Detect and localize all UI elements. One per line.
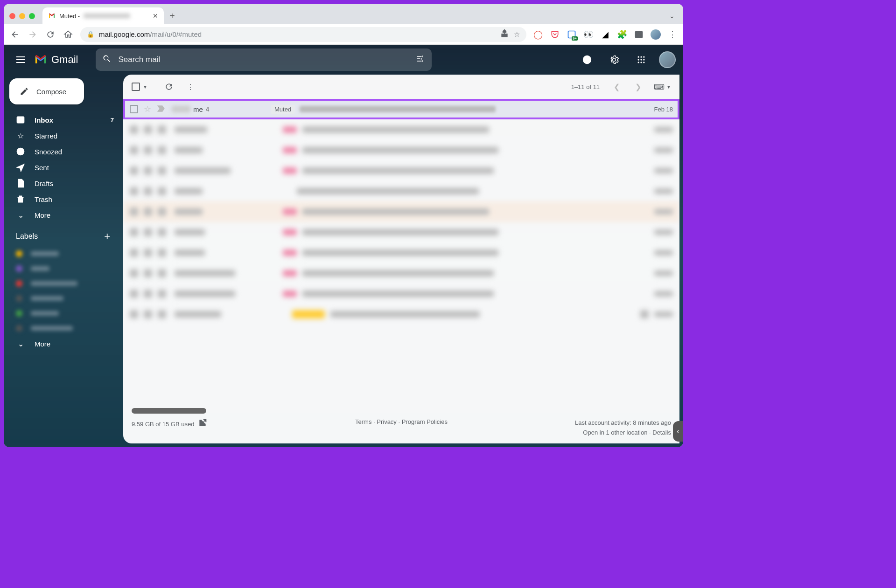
next-page-button[interactable]: ❯ <box>629 83 647 91</box>
label-item[interactable] <box>4 321 119 336</box>
mail-row-redacted[interactable] <box>123 160 679 181</box>
lock-icon: 🔒 <box>87 31 94 38</box>
policies-link[interactable]: Program Policies <box>402 418 448 425</box>
gmail-favicon-icon <box>48 12 56 20</box>
privacy-link[interactable]: Privacy <box>377 418 397 425</box>
apps-button[interactable] <box>632 50 651 69</box>
mail-row-redacted[interactable] <box>123 263 679 284</box>
select-all-checkbox[interactable] <box>132 83 140 91</box>
sidebar-item-snoozed[interactable]: Snoozed <box>4 144 119 159</box>
sent-label: Sent <box>35 164 49 172</box>
settings-button[interactable] <box>605 50 623 69</box>
bookmark-star-icon[interactable]: ☆ <box>514 30 520 39</box>
page-info: 1–11 of 11 <box>571 83 600 90</box>
search-icon[interactable] <box>102 54 112 65</box>
trash-icon <box>16 194 25 204</box>
details-link[interactable]: Details <box>652 429 671 436</box>
mail-row-redacted[interactable] <box>123 140 679 160</box>
label-item[interactable] <box>4 261 119 276</box>
mail-row-redacted[interactable] <box>123 181 679 201</box>
account-avatar[interactable] <box>659 51 676 68</box>
mail-row-redacted[interactable] <box>123 242 679 263</box>
document-icon <box>16 179 25 188</box>
svg-point-7 <box>638 59 639 60</box>
sidebar: Compose Inbox 7 ☆ Starred Snoozed S <box>4 75 123 447</box>
tab-close-icon[interactable]: ✕ <box>153 12 158 20</box>
more-actions-button[interactable]: ⋮ <box>181 77 200 96</box>
gmail-logo-text: Gmail <box>51 54 78 66</box>
sidebar-item-more[interactable]: ⌄ More <box>4 207 119 223</box>
search-input[interactable] <box>118 55 409 64</box>
nav-reload-button[interactable] <box>45 29 56 40</box>
gmail-logo-icon <box>34 55 48 64</box>
compose-button[interactable]: Compose <box>9 78 84 104</box>
extension-3-icon[interactable]: 9+ <box>567 29 577 40</box>
refresh-button[interactable] <box>160 77 178 96</box>
svg-point-12 <box>643 62 644 63</box>
nav-back-button[interactable] <box>9 29 21 40</box>
terms-link[interactable]: Terms <box>355 418 371 425</box>
extension-1-icon[interactable]: ◯ <box>533 29 543 40</box>
mail-panel: ▼ ⋮ 1–11 of 11 ❮ ❯ ⌨▼ ☆ <box>123 75 679 443</box>
labels-more[interactable]: ⌄ More <box>4 336 119 352</box>
svg-point-5 <box>640 56 642 58</box>
sidebar-item-starred[interactable]: ☆ Starred <box>4 128 119 144</box>
row-important-icon[interactable] <box>157 104 166 115</box>
horizontal-scrollbar[interactable] <box>132 408 206 414</box>
tabs-dropdown-icon[interactable]: ⌄ <box>669 12 675 20</box>
mail-footer: 9.59 GB of 15 GB used Terms · Privacy · … <box>123 404 679 443</box>
trash-label: Trash <box>35 195 52 203</box>
new-tab-button[interactable]: + <box>169 11 175 21</box>
share-icon[interactable] <box>500 29 509 40</box>
extensions-puzzle-icon[interactable]: 🧩 <box>617 29 627 40</box>
window-maximize-icon[interactable] <box>29 13 35 19</box>
inbox-count: 7 <box>111 117 114 124</box>
nav-forward-button[interactable] <box>27 29 38 40</box>
browser-toolbar: 🔒 mail.google.com/mail/u/0/#muted ☆ ◯ 9+… <box>4 24 683 45</box>
mail-row-redacted[interactable] <box>123 201 679 222</box>
side-panel-icon[interactable] <box>634 29 644 40</box>
sidebar-item-trash[interactable]: Trash <box>4 191 119 207</box>
inbox-icon <box>16 115 25 125</box>
prev-page-button[interactable]: ❮ <box>607 83 626 91</box>
mail-row-redacted[interactable] <box>123 222 679 242</box>
mail-row-muted[interactable]: ☆ me 4 Muted Feb 18 <box>123 99 679 119</box>
row-star-icon[interactable]: ☆ <box>144 104 151 114</box>
sidebar-item-inbox[interactable]: Inbox 7 <box>4 112 119 128</box>
main-menu-button[interactable] <box>11 50 30 69</box>
open-external-icon[interactable] <box>198 418 207 429</box>
gmail-body: Compose Inbox 7 ☆ Starred Snoozed S <box>4 75 683 447</box>
svg-point-9 <box>643 59 644 60</box>
label-item[interactable] <box>4 246 119 261</box>
sidebar-item-sent[interactable]: Sent <box>4 159 119 175</box>
add-label-button[interactable]: + <box>104 230 110 242</box>
subject-redacted <box>300 106 496 112</box>
gmail-logo[interactable]: Gmail <box>34 54 78 66</box>
tab-title-redacted <box>84 14 130 18</box>
window-close-icon[interactable] <box>9 13 15 19</box>
profile-avatar-icon[interactable] <box>651 29 661 40</box>
select-all-dropdown[interactable]: ▼ <box>143 84 147 90</box>
input-tools-button[interactable]: ⌨▼ <box>654 83 671 91</box>
search-options-icon[interactable] <box>416 54 425 65</box>
mail-row-redacted[interactable] <box>123 284 679 304</box>
label-item[interactable] <box>4 291 119 306</box>
extension-5-icon[interactable]: ◢ <box>600 29 610 40</box>
browser-tab-active[interactable]: Muted - ✕ <box>42 7 164 24</box>
pocket-icon[interactable] <box>550 29 560 40</box>
nav-home-button[interactable] <box>63 29 74 40</box>
browser-menu-icon[interactable]: ⋮ <box>667 29 678 40</box>
help-button[interactable] <box>578 50 596 69</box>
row-checkbox[interactable] <box>130 105 138 113</box>
mail-row-redacted[interactable] <box>123 304 679 325</box>
mail-row-redacted[interactable] <box>123 119 679 140</box>
search-bar[interactable] <box>96 48 432 71</box>
label-item[interactable] <box>4 306 119 321</box>
snoozed-label: Snoozed <box>35 148 62 156</box>
address-bar[interactable]: 🔒 mail.google.com/mail/u/0/#muted ☆ <box>80 27 526 42</box>
window-minimize-icon[interactable] <box>19 13 25 19</box>
label-item[interactable] <box>4 276 119 291</box>
sidebar-item-drafts[interactable]: Drafts <box>4 175 119 191</box>
extension-4-icon[interactable]: 👀 <box>583 29 594 40</box>
side-panel-collapse-button[interactable]: ‹ <box>673 421 683 442</box>
